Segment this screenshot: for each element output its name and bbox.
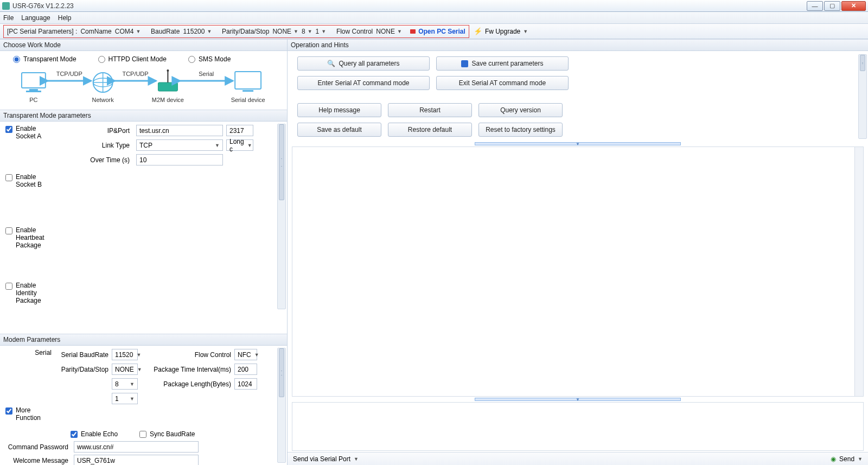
send-button[interactable]: ◉Send▼ bbox=[831, 455, 863, 463]
serial-baud-label: Serial BaudRate bbox=[57, 351, 108, 359]
modem-flow-select[interactable]: NFC▼ bbox=[234, 349, 257, 360]
query-version-button[interactable]: Query version bbox=[478, 103, 563, 117]
operation-hints-header: Operation and Hints bbox=[288, 39, 868, 51]
svg-text:M2M device: M2M device bbox=[152, 97, 184, 103]
left-pane: Choose Work Mode Transparent Mode HTTPD … bbox=[0, 39, 288, 465]
transparent-params-header: Transparent Mode parameters bbox=[0, 110, 287, 122]
close-button[interactable]: ✕ bbox=[841, 1, 866, 11]
svg-rect-9 bbox=[158, 82, 177, 91]
databits-select[interactable]: 8▼ bbox=[302, 28, 312, 35]
save-current-button[interactable]: Save current parameters bbox=[436, 56, 569, 71]
pkg-len-label: Package Length(Bytes) bbox=[150, 380, 231, 388]
restart-button[interactable]: Restart bbox=[388, 103, 472, 117]
menu-bar: File Language Help bbox=[0, 12, 868, 24]
ipport-label: IP&Port bbox=[57, 127, 133, 135]
serial-status-icon bbox=[410, 29, 416, 34]
console-output[interactable] bbox=[292, 146, 864, 397]
console-scrollbar[interactable] bbox=[854, 147, 863, 396]
pkg-len-input[interactable] bbox=[234, 378, 257, 390]
radio-transparent-mode[interactable]: Transparent Mode bbox=[13, 55, 76, 63]
enable-echo-check[interactable]: Enable Echo bbox=[71, 430, 118, 438]
baudrate-select[interactable]: 115200▼ bbox=[183, 28, 212, 35]
comname-select[interactable]: COM4▼ bbox=[115, 28, 141, 35]
splitter-bottom[interactable]: ▼ bbox=[292, 398, 864, 401]
overtime-input[interactable] bbox=[136, 154, 223, 165]
menu-file[interactable]: File bbox=[3, 14, 14, 22]
choose-work-mode-header: Choose Work Mode bbox=[0, 39, 287, 51]
menu-language[interactable]: Language bbox=[21, 14, 50, 22]
pkg-time-input[interactable] bbox=[234, 364, 257, 375]
window-title: USR-G76x V1.2.2.23 bbox=[12, 2, 74, 10]
socket-a-port-input[interactable] bbox=[226, 125, 253, 136]
operation-buttons: 🔍Query all parameters Save current param… bbox=[288, 51, 868, 142]
more-function-check[interactable]: MoreFunction bbox=[5, 406, 57, 422]
radio-sms-mode[interactable]: SMS Mode bbox=[188, 55, 231, 63]
svg-rect-14 bbox=[242, 90, 253, 92]
enable-socket-a-check[interactable]: EnableSocket A bbox=[5, 125, 57, 140]
send-via-select[interactable]: Send via Serial Port▼ bbox=[293, 455, 359, 463]
factory-reset-button[interactable]: Reset to factory settings bbox=[478, 123, 563, 137]
socket-a-ip-input[interactable] bbox=[136, 125, 223, 136]
linktype-select[interactable]: TCP▼ bbox=[136, 139, 223, 151]
modem-flow-label: Flow Control bbox=[190, 351, 231, 359]
serial-group-label: Serial bbox=[35, 349, 52, 356]
linktype-label: Link Type bbox=[57, 142, 133, 149]
modem-scrollbar[interactable] bbox=[277, 348, 286, 463]
modem-data-select[interactable]: 8▼ bbox=[112, 378, 138, 390]
minimize-button[interactable]: — bbox=[807, 1, 823, 11]
splitter-top[interactable]: ▼ bbox=[292, 142, 864, 145]
parity-label: Parity/Data/Stop bbox=[222, 28, 269, 35]
cmd-password-input[interactable] bbox=[74, 441, 199, 453]
svg-text:Network: Network bbox=[92, 97, 114, 103]
send-icon: ◉ bbox=[831, 455, 836, 463]
connection-select[interactable]: Long c▼ bbox=[226, 139, 253, 151]
svg-text:TCP/UDP: TCP/UDP bbox=[122, 71, 148, 77]
serial-baud-select[interactable]: 11520▼ bbox=[112, 349, 138, 360]
modem-stop-select[interactable]: 1▼ bbox=[112, 393, 138, 404]
svg-text:PC: PC bbox=[29, 97, 37, 103]
toolbar: [PC Serial Parameters] : ComName COM4▼ B… bbox=[0, 24, 868, 39]
save-icon bbox=[461, 60, 468, 67]
transparent-params: EnableSocket A IP&Port Link Type TCP▼ Lo… bbox=[0, 122, 287, 334]
restore-default-button[interactable]: Restore default bbox=[388, 123, 472, 137]
svg-rect-1 bbox=[29, 89, 38, 91]
radio-httpd-mode[interactable]: HTTPD Client Mode bbox=[98, 55, 167, 63]
search-doc-icon: 🔍 bbox=[327, 60, 335, 67]
save-default-button[interactable]: Save as default bbox=[297, 123, 381, 137]
main-area: Choose Work Mode Transparent Mode HTTPD … bbox=[0, 39, 868, 465]
exit-at-button[interactable]: Exit Serial AT command mode bbox=[436, 76, 569, 90]
welcome-label: Welcome Message bbox=[5, 457, 71, 464]
bolt-icon: ⚡ bbox=[474, 27, 482, 35]
parity-select[interactable]: NONE▼ bbox=[272, 28, 298, 35]
svg-text:Serial device: Serial device bbox=[231, 97, 265, 103]
help-message-button[interactable]: Help message bbox=[297, 103, 381, 117]
svg-text:Serial: Serial bbox=[199, 71, 214, 77]
svg-rect-13 bbox=[235, 72, 261, 89]
enable-heartbeat-check[interactable]: EnableHeartbeatPackage bbox=[5, 226, 282, 249]
flowcontrol-select[interactable]: NONE▼ bbox=[376, 28, 402, 35]
enable-socket-b-check[interactable]: EnableSocket B bbox=[5, 173, 282, 188]
ops-scrollbar[interactable] bbox=[858, 54, 867, 139]
modem-params-header: Modem Parameters bbox=[0, 334, 287, 346]
enter-at-button[interactable]: Enter Serial AT command mode bbox=[297, 76, 430, 90]
window-buttons: — ▢ ✕ bbox=[806, 1, 866, 11]
baudrate-label: BaudRate bbox=[151, 28, 180, 35]
modem-parity-label: Parity/Data/Stop bbox=[57, 366, 108, 373]
overtime-label: Over Time (s) bbox=[57, 156, 133, 164]
menu-help[interactable]: Help bbox=[58, 14, 72, 22]
modem-parity-select[interactable]: NONE▼ bbox=[112, 364, 138, 375]
query-all-button[interactable]: 🔍Query all parameters bbox=[297, 56, 430, 71]
sync-baud-check[interactable]: Sync BaudRate bbox=[139, 430, 195, 438]
serial-params-label: [PC Serial Parameters] : bbox=[7, 28, 77, 35]
app-icon bbox=[2, 2, 10, 10]
fw-upgrade-button[interactable]: ⚡Fw Upgrade▼ bbox=[474, 27, 528, 35]
bottom-bar: Send via Serial Port▼ ◉Send▼ bbox=[288, 452, 868, 465]
transparent-scrollbar[interactable] bbox=[277, 124, 286, 309]
open-pc-serial-button[interactable]: Open PC Serial bbox=[410, 28, 465, 35]
welcome-input[interactable] bbox=[74, 455, 199, 465]
enable-identity-check[interactable]: EnableIdentityPackage bbox=[5, 282, 282, 304]
send-input-area[interactable] bbox=[292, 402, 864, 451]
stopbits-select[interactable]: 1▼ bbox=[316, 28, 327, 35]
pkg-time-label: Package Time Interval(ms) bbox=[150, 366, 231, 373]
maximize-button[interactable]: ▢ bbox=[824, 1, 840, 11]
